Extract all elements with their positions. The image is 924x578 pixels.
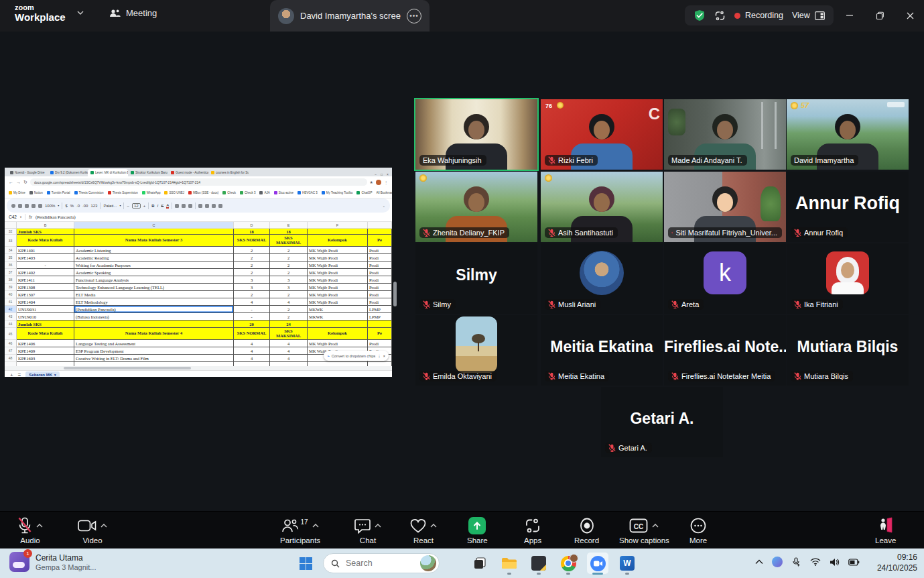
table-cell[interactable]: 4 — [270, 355, 308, 362]
task-view-button[interactable] — [469, 553, 490, 574]
table-row[interactable]: 39KPE1308Technology Enhanced Language Le… — [5, 284, 392, 291]
table-cell[interactable] — [308, 229, 368, 235]
table-cell[interactable]: KPE1308 — [17, 284, 74, 291]
participant-tile-emilda[interactable]: Emilda Oktaviyani — [415, 315, 537, 386]
table-cell[interactable]: 2 — [234, 291, 270, 298]
participant-tile-made[interactable]: Made Adi Andayani T. — [664, 99, 786, 170]
widgets-button[interactable]: 1 Cerita Utama Gempa 3 Magnit... — [9, 552, 96, 572]
participant-tile-zhenita[interactable]: Zhenita Deliany_FKIP — [415, 172, 537, 242]
browser-tab-strip[interactable]: Nuendi - Google DriveDrv 9.2 (Dokumen Ku… — [5, 168, 392, 176]
participant-tile-siti[interactable]: Siti Masrifatul Fitriyah_Univer... — [664, 172, 786, 242]
row-number[interactable]: 32 — [5, 229, 17, 235]
format-number[interactable]: 123 — [90, 204, 97, 208]
participant-tile-annur[interactable]: Annur RofiqAnnur Rofiq — [787, 172, 909, 242]
table-cell[interactable]: 2 — [270, 269, 308, 276]
table-cell[interactable]: Prodi — [368, 340, 392, 347]
font-size-increase[interactable]: + — [143, 204, 146, 208]
participant-tile-musli[interactable]: Musli Ariani — [541, 243, 663, 314]
table-row[interactable]: 38KPE1411Functional Language Analysis33M… — [5, 276, 392, 284]
brand-chevron-down-icon[interactable] — [77, 11, 84, 15]
table-cell[interactable]: 2 — [270, 247, 308, 254]
row-number[interactable]: 34 — [5, 247, 17, 254]
row-number[interactable]: 47 — [5, 347, 17, 355]
table-cell[interactable]: KPE1409 — [17, 347, 74, 355]
table-row[interactable]: 42UNU9031(Pendidikan Pancasila)-2MKWKLPM… — [5, 306, 392, 313]
notes-app-button[interactable] — [528, 553, 549, 574]
table-cell[interactable]: Writing for Academic Purposes — [74, 262, 234, 269]
table-cell[interactable] — [368, 321, 392, 328]
control-video-button[interactable]: Video — [78, 516, 107, 544]
table-cell[interactable]: Nama Mata Kuliah Semester 4 — [74, 328, 234, 340]
table-cell[interactable]: - — [234, 313, 270, 321]
table-cell[interactable]: KPE1307 — [17, 291, 74, 298]
copilot-icon[interactable] — [772, 557, 783, 567]
word-button[interactable]: W — [616, 553, 638, 574]
font-size-decrease[interactable]: − — [127, 204, 129, 208]
row-number[interactable]: 44 — [5, 321, 17, 328]
participant-tile-silmy[interactable]: SilmySilmy — [415, 243, 537, 314]
table-cell[interactable]: MK Wajib Prodi — [308, 284, 368, 291]
table-cell[interactable]: Prodi — [368, 284, 392, 291]
browser-window-controls[interactable]: −□× — [375, 172, 392, 176]
bookmark-item[interactable]: SSO UNEJ — [164, 191, 184, 194]
all-sheets-icon[interactable]: ≡ — [18, 372, 21, 378]
close-button[interactable] — [900, 6, 920, 25]
table-cell[interactable]: Language Testing and Assessment — [74, 340, 234, 347]
sheet-tab[interactable]: Sebaran MK ▾ — [25, 371, 59, 377]
zoom-select[interactable]: 100% — [45, 204, 55, 208]
bookmark-item[interactable]: My Teaching Toolbo — [322, 191, 353, 194]
table-cell[interactable]: MK Wajib Prodi — [308, 291, 368, 298]
table-cell[interactable]: Pe — [368, 235, 392, 247]
participant-tile-mutiara[interactable]: Mutiara BilqisMutiara Bilqis — [787, 315, 909, 386]
control-leave-button[interactable]: Leave — [875, 516, 896, 544]
table-row[interactable]: 33Kode Mata KuliahNama Mata Kuliah Semes… — [5, 235, 392, 247]
participant-tile-rizki[interactable]: 76CRizki Febri — [541, 99, 663, 170]
merge-cells-icon[interactable] — [188, 204, 192, 208]
table-cell[interactable]: MKWK — [308, 306, 368, 313]
table-row[interactable]: 43UNU9010(Bahasa Indonesia)-2MKWKLPMP — [5, 313, 392, 321]
sheet-horizontal-scrollbar[interactable] — [5, 366, 392, 370]
table-cell[interactable]: Prodi — [368, 298, 392, 306]
table-cell[interactable]: SKS NORMAL — [234, 328, 270, 340]
table-row[interactable]: 36-Writing for Academic Purposes22MK Waj… — [5, 262, 392, 269]
table-cell[interactable]: Prodi — [368, 247, 392, 254]
table-cell[interactable]: 4 — [234, 298, 270, 306]
speaker-icon[interactable] — [830, 558, 840, 567]
row-number[interactable]: 48 — [5, 355, 17, 362]
tab-options-icon[interactable]: ••• — [407, 9, 421, 23]
browser-tab[interactable]: Drv 9.2 (Dokumen Kurikulum ... — [48, 169, 88, 176]
table-cell[interactable]: 4 — [270, 298, 308, 306]
shared-screen-content[interactable]: Nuendi - Google DriveDrv 9.2 (Dokumen Ku… — [5, 168, 392, 377]
tray-chevron-up-icon[interactable] — [755, 559, 763, 565]
formula-bar[interactable]: C42 ▾ fx (Pendidikan Pancasila) — [5, 213, 392, 222]
bookmark-item[interactable]: Check — [222, 191, 236, 194]
control-share-button[interactable]: Share — [467, 516, 488, 544]
table-cell[interactable]: Academic Speaking — [74, 269, 234, 276]
browser-menu-icon[interactable]: ⋮ — [384, 180, 388, 184]
table-cell[interactable]: KPE1401 — [17, 247, 74, 254]
table-cell[interactable]: Kelompok — [308, 235, 368, 247]
table-cell[interactable]: Prodi — [368, 291, 392, 298]
table-cell[interactable]: 18 — [234, 229, 270, 235]
table-cell[interactable]: 2 — [234, 254, 270, 262]
table-cell[interactable]: KPE1403 — [17, 254, 74, 262]
print-icon[interactable] — [31, 204, 36, 208]
battery-icon[interactable] — [848, 559, 860, 566]
borders-icon[interactable] — [182, 204, 186, 208]
bookmark-item[interactable]: My Drive — [9, 191, 25, 194]
table-row[interactable]: 46KPE1406Language Testing and Assessment… — [5, 340, 392, 347]
column-header[interactable] — [368, 222, 392, 228]
table-cell[interactable]: ELT Methodology — [74, 298, 234, 306]
table-cell[interactable]: KPE1411 — [17, 276, 74, 284]
bookmarks-bar[interactable]: My DriveNotionTurnitin PortalThesis Comm… — [5, 188, 392, 198]
table-cell[interactable]: Technology Enhanced Language Learning (T… — [74, 284, 234, 291]
control-chat-button[interactable]: Chat — [354, 516, 381, 544]
redo-icon[interactable] — [25, 204, 29, 208]
recording-indicator[interactable]: Recording — [734, 11, 783, 20]
dropdown-chips-tooltip[interactable]: ⌁ Convert to dropdown chips ⋮ × — [324, 351, 389, 361]
table-row[interactable]: 44Jumlah SKS2024 — [5, 321, 392, 328]
tab-shared-screen[interactable]: David Imamyartha's screen ••• — [270, 0, 430, 32]
table-cell[interactable]: 24 — [270, 321, 308, 328]
reload-icon[interactable]: ↻ — [23, 180, 27, 185]
table-cell[interactable]: 2 — [234, 247, 270, 254]
